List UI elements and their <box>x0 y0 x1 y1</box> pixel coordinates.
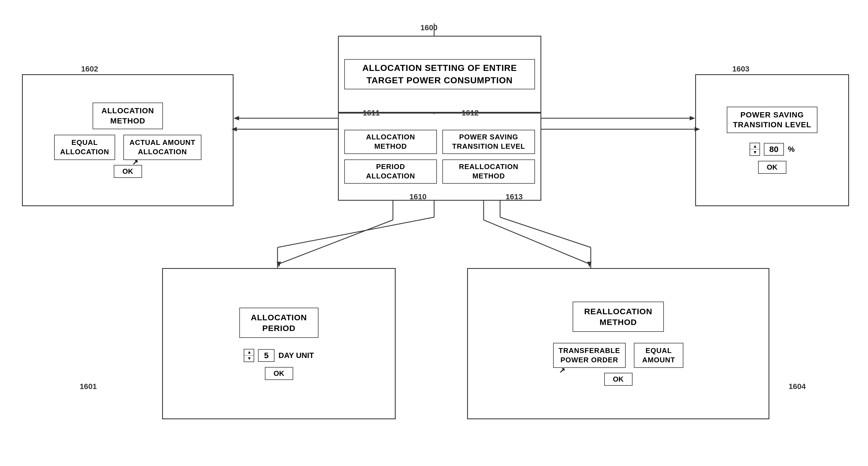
box-1604-transferable: TRANSFERABLEPOWER ORDER ↗ <box>553 343 626 368</box>
box-1602-title: ALLOCATIONMETHOD <box>93 103 163 129</box>
box-1601-spinner-down-icon[interactable]: ▼ <box>244 355 254 361</box>
box-1603: POWER SAVINGTRANSITION LEVEL ▲ ▼ 80 % OK <box>695 74 849 206</box>
box-1601-spinner[interactable]: ▲ ▼ <box>244 349 254 362</box>
ref-label-1610: 1610 <box>409 193 427 201</box>
ref-label-1601: 1601 <box>80 382 97 391</box>
box-1601-value: 5 <box>258 349 275 362</box>
box-1601-title: ALLOCATIONPERIOD <box>239 308 318 338</box>
alloc-method-inner: ALLOCATIONMETHOD <box>344 130 437 154</box>
svg-line-5 <box>278 217 434 247</box>
box-1603-unit: % <box>788 145 795 154</box>
box-1602-actual: ACTUAL AMOUNTALLOCATION ↗ <box>123 135 202 160</box>
realloc-method-inner: REALLOCATIONMETHOD <box>442 159 535 184</box>
spinner-up-icon[interactable]: ▲ <box>750 143 760 149</box>
box-1601-ok-button[interactable]: OK <box>265 367 293 380</box>
ref-label-1600: 1600 <box>421 23 437 32</box>
svg-marker-22 <box>587 262 592 267</box>
power-saving-inner: POWER SAVINGTRANSITION LEVEL <box>442 130 535 154</box>
box-1603-title: POWER SAVINGTRANSITION LEVEL <box>727 107 817 133</box>
box-1603-ok-button[interactable]: OK <box>758 161 786 174</box>
ref-label-1612: 1612 <box>462 109 479 117</box>
box-1604: REALLOCATIONMETHOD TRANSFERABLEPOWER ORD… <box>467 268 769 419</box>
box-1603-spinner[interactable]: ▲ ▼ <box>750 143 760 156</box>
box-1604-equal-amount: EQUALAMOUNT <box>634 343 683 368</box>
box-1601-spinner-up-icon[interactable]: ▲ <box>244 349 254 355</box>
period-alloc-inner: PERIODALLOCATION <box>344 159 437 184</box>
box-1602: ALLOCATIONMETHOD EQUALALLOCATION ACTUAL … <box>22 74 234 206</box>
box-1601-unit: DAY UNIT <box>278 351 314 360</box>
top-center-box: ALLOCATION SETTING OF ENTIRE TARGET POWE… <box>338 36 541 113</box>
svg-marker-19 <box>277 262 281 267</box>
svg-marker-1 <box>234 116 239 120</box>
ref-label-1613: 1613 <box>505 193 523 201</box>
ref-label-1602: 1602 <box>81 65 98 74</box>
svg-line-9 <box>500 217 591 247</box>
box-1603-value: 80 <box>764 143 784 155</box>
box-1604-title: REALLOCATIONMETHOD <box>572 301 664 332</box>
box-1602-equal: EQUALALLOCATION <box>54 135 115 160</box>
top-center-title: ALLOCATION SETTING OF ENTIRE TARGET POWE… <box>344 59 535 89</box>
svg-line-18 <box>279 220 393 264</box>
svg-marker-3 <box>690 116 695 120</box>
diagram: 1600 ALLOCATION SETTING OF ENTIRE TARGET… <box>0 0 868 466</box>
box-1604-ok-button[interactable]: OK <box>604 373 632 386</box>
ref-label-1603: 1603 <box>732 65 749 74</box>
center-inner-box: ALLOCATIONMETHOD PERIODALLOCATION POWER … <box>338 113 541 201</box>
box-1601: ALLOCATIONPERIOD ▲ ▼ 5 DAY UNIT OK <box>162 268 396 419</box>
svg-line-21 <box>484 220 589 264</box>
ref-label-1611: 1611 <box>363 109 380 117</box>
spinner-down-icon[interactable]: ▼ <box>750 149 760 155</box>
ref-label-1604: 1604 <box>788 382 806 391</box>
